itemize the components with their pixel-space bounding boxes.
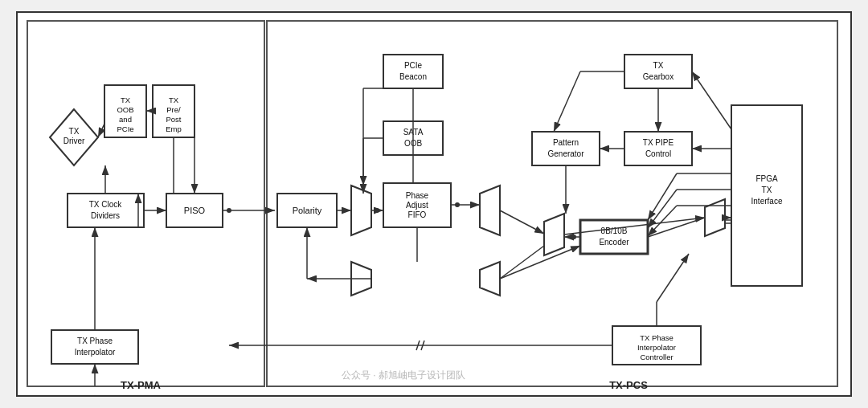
svg-marker-72 xyxy=(544,214,564,255)
svg-rect-36 xyxy=(383,55,443,88)
svg-text:FPGA: FPGA xyxy=(755,174,778,183)
svg-text:PCIe: PCIe xyxy=(117,124,133,133)
svg-text:OOB: OOB xyxy=(117,105,133,114)
svg-text:TX-PMA: TX-PMA xyxy=(121,379,161,391)
svg-rect-7 xyxy=(104,85,146,137)
svg-marker-46 xyxy=(351,186,371,235)
svg-rect-63 xyxy=(532,132,600,165)
svg-line-105 xyxy=(657,254,689,302)
svg-point-84 xyxy=(571,235,576,239)
svg-line-86 xyxy=(564,218,705,235)
svg-rect-78 xyxy=(612,326,701,365)
svg-text:Interpolator: Interpolator xyxy=(75,348,116,357)
svg-text:Control: Control xyxy=(645,149,671,158)
connection-lines: TX Driver TX OOB and PCIe TX Pre/ Post E… xyxy=(18,13,850,395)
svg-text:Pre/: Pre/ xyxy=(166,105,181,114)
svg-rect-12 xyxy=(153,85,194,137)
svg-text:TX Phase: TX Phase xyxy=(640,333,674,342)
svg-rect-69 xyxy=(580,220,648,254)
svg-rect-2 xyxy=(27,21,264,386)
svg-text:TX: TX xyxy=(653,61,664,70)
svg-rect-34 xyxy=(277,194,337,227)
svg-rect-22 xyxy=(166,194,223,227)
svg-line-96 xyxy=(648,190,677,228)
svg-text:8B/10B: 8B/10B xyxy=(601,226,628,235)
diagram-container: TX Driver TX OOB and PCIe TX Pre/ Post E… xyxy=(16,11,852,397)
svg-line-94 xyxy=(648,173,677,220)
svg-rect-19 xyxy=(68,194,144,227)
svg-text:Encoder: Encoder xyxy=(599,238,629,247)
svg-marker-48 xyxy=(480,262,500,296)
svg-text:Polarity: Polarity xyxy=(293,206,322,215)
svg-line-101 xyxy=(648,218,705,237)
svg-text:Gearbox: Gearbox xyxy=(643,72,674,81)
svg-marker-73 xyxy=(705,199,725,236)
svg-text:TX: TX xyxy=(69,127,80,136)
svg-text:FIFO: FIFO xyxy=(408,210,427,219)
svg-point-54 xyxy=(455,202,460,207)
svg-text:Interface: Interface xyxy=(751,197,783,206)
svg-rect-39 xyxy=(383,121,443,155)
svg-text:Phase: Phase xyxy=(406,191,429,200)
svg-text:Beacon: Beacon xyxy=(399,72,427,81)
svg-text:TX Clock: TX Clock xyxy=(89,200,123,209)
svg-text:Generator: Generator xyxy=(547,149,584,158)
svg-point-52 xyxy=(375,208,379,213)
svg-text:TX: TX xyxy=(169,96,179,104)
svg-text:Post: Post xyxy=(166,115,181,124)
svg-rect-74 xyxy=(731,105,802,286)
svg-rect-60 xyxy=(624,55,692,88)
svg-marker-4 xyxy=(50,109,98,165)
svg-text:PCIe: PCIe xyxy=(404,61,423,70)
svg-text:TX PIPE: TX PIPE xyxy=(643,138,674,147)
svg-rect-42 xyxy=(383,183,451,227)
svg-text:SATA: SATA xyxy=(403,128,424,137)
svg-rect-27 xyxy=(51,330,138,364)
svg-line-108 xyxy=(421,341,424,350)
svg-marker-49 xyxy=(351,262,371,296)
svg-text:Adjust: Adjust xyxy=(406,201,428,210)
svg-text:Driver: Driver xyxy=(63,137,85,145)
svg-text:Dividers: Dividers xyxy=(91,211,120,220)
svg-line-82 xyxy=(500,210,544,234)
svg-marker-47 xyxy=(480,186,500,235)
svg-point-26 xyxy=(227,208,231,213)
svg-line-90 xyxy=(692,71,731,129)
svg-line-89 xyxy=(554,71,580,132)
svg-text:公众号 · 郝旭岫电子设计团队: 公众号 · 郝旭岫电子设计团队 xyxy=(342,369,465,381)
svg-text:TX-PCS: TX-PCS xyxy=(609,379,648,391)
svg-line-113 xyxy=(500,246,580,279)
svg-line-112 xyxy=(500,246,544,279)
svg-text:OOB: OOB xyxy=(404,139,423,148)
svg-text:Interpolator: Interpolator xyxy=(637,343,676,352)
svg-text:TX: TX xyxy=(121,96,131,104)
svg-text:PISO: PISO xyxy=(184,206,206,215)
svg-text:TX Phase: TX Phase xyxy=(77,337,113,345)
svg-line-18 xyxy=(98,124,104,137)
svg-text:Pattern: Pattern xyxy=(553,138,579,147)
svg-text:and: and xyxy=(119,115,132,124)
svg-text:Emp: Emp xyxy=(166,124,182,133)
svg-rect-3 xyxy=(267,21,837,386)
svg-text:Controller: Controller xyxy=(640,353,673,361)
svg-line-98 xyxy=(648,206,677,236)
svg-rect-66 xyxy=(624,132,692,165)
svg-line-107 xyxy=(416,341,420,350)
svg-text:TX: TX xyxy=(762,186,772,194)
